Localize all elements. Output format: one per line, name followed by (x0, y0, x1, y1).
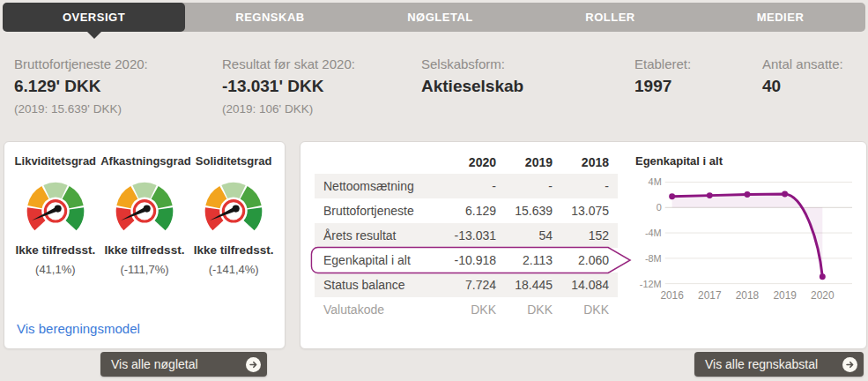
show-all-financials-button[interactable]: Vis alle regnskabstal (694, 352, 864, 377)
calc-model-link[interactable]: Vis beregningsmodel (17, 321, 140, 336)
gauge-likviditetsgrad: Likviditetsgrad Ikke tilfredsst. (41,1%) (11, 151, 100, 276)
equity-chart-block: Egenkapital i alt 4M0-4M-8M-12M201620172… (630, 151, 857, 314)
stat-value: Aktieselskab (421, 77, 634, 96)
stat-previous-year: (2019: 106' DKK) (222, 102, 421, 116)
svg-text:-8M: -8M (645, 253, 662, 264)
svg-text:2018: 2018 (736, 289, 760, 302)
tab-label: MEDIER (757, 11, 805, 24)
stat-label: Etableret: (634, 56, 762, 71)
gauge-segment-red (27, 207, 46, 230)
row-label: Egenkapital i alt (323, 253, 440, 267)
gauge-needle-hub (144, 205, 151, 213)
row-value: 6.129 (440, 204, 496, 218)
stat-label: Resultat før skat 2020: (222, 56, 421, 71)
speedometer-gauge-icon (194, 175, 273, 236)
stat-label: Selskabsform: (421, 56, 634, 71)
svg-text:2020: 2020 (811, 289, 835, 302)
svg-text:2016: 2016 (660, 289, 684, 302)
svg-text:-4M: -4M (645, 228, 662, 238)
table-header-year: 2020 (440, 155, 496, 169)
row-value: DKK (440, 303, 496, 317)
gauge-status: Ikke tilfredsst. (100, 243, 189, 257)
row-value: 13.075 (553, 204, 609, 218)
gauge-segment-red (205, 207, 224, 230)
row-value: 2.060 (553, 253, 609, 267)
row-value: - (496, 179, 553, 193)
tab-oversigt[interactable]: OVERSIGT (3, 3, 185, 32)
gauge-percentage: (-111,7%) (100, 263, 189, 276)
tab-medier[interactable]: MEDIER (695, 3, 865, 32)
arrow-right-icon (246, 357, 261, 372)
gauge-title: Likviditetsgrad (11, 154, 100, 168)
stat-etableret: Etableret: 1997 (634, 56, 762, 116)
row-value: DKK (496, 303, 553, 317)
show-all-ratios-button[interactable]: Vis alle nøgletal (100, 352, 267, 377)
table-row-nettoomsaetning: Nettoomsætning - - - (315, 174, 618, 198)
gauge-needle-hub (54, 205, 61, 213)
table-row-bruttofortjeneste: Bruttofortjeneste 6.129 15.639 13.075 (315, 198, 618, 223)
table-row-arets-resultat: Årets resultat -13.031 54 152 (315, 223, 618, 248)
table-header-year: 2019 (496, 155, 553, 169)
tab-bar: OVERSIGT REGNSKAB NØGLETAL ROLLER MEDIER (3, 3, 865, 32)
row-value: -10.918 (440, 253, 496, 267)
gauge-row: Likviditetsgrad Ikke tilfredsst. (41,1%)… (4, 142, 285, 276)
row-label: Valutakode (323, 303, 440, 317)
gauge-segment-darkgreen (154, 207, 173, 230)
row-label: Årets resultat (323, 228, 440, 243)
equity-line-chart: 4M0-4M-8M-12M20162017201820192020 (630, 169, 857, 310)
financials-table: 2020 2019 2018 Nettoomsætning - - - Brut… (315, 151, 618, 322)
key-ratios-card: Likviditetsgrad Ikke tilfredsst. (41,1%)… (4, 141, 286, 349)
gauge-percentage: (41,1%) (11, 263, 100, 276)
row-value: 152 (553, 228, 609, 243)
tab-regnskab[interactable]: REGNSKAB (185, 3, 355, 32)
gauge-soliditetsgrad: Soliditetsgrad Ikke tilfredsst. (-141,4%… (189, 151, 278, 276)
row-value: 14.084 (553, 278, 609, 292)
stat-selskabsform: Selskabsform: Aktieselskab (421, 56, 634, 116)
gauge-afkastningsgrad: Afkastningsgrad Ikke tilfredsst. (-111,7… (100, 151, 189, 276)
row-value: 54 (496, 228, 553, 243)
table-row-egenkapital-highlighted: Egenkapital i alt -10.918 2.113 2.060 (315, 248, 618, 273)
button-label: Vis alle nøgletal (111, 357, 198, 371)
svg-text:2017: 2017 (698, 289, 722, 302)
row-value: - (553, 179, 609, 193)
gauge-percentage: (-141,4%) (189, 263, 278, 276)
row-value: 2.113 (496, 253, 553, 267)
tab-nogletal[interactable]: NØGLETAL (355, 3, 525, 32)
svg-text:2019: 2019 (773, 289, 797, 302)
row-value: - (440, 179, 496, 193)
svg-text:-12M: -12M (640, 279, 662, 289)
row-label: Status balance (323, 278, 440, 292)
table-header-row: 2020 2019 2018 (315, 151, 618, 174)
stat-value: -13.031' DKK (222, 77, 421, 96)
speedometer-gauge-icon (105, 175, 184, 236)
active-tab-pointer (87, 32, 101, 39)
gauge-segment-red (116, 207, 135, 230)
tab-label: ROLLER (585, 11, 634, 24)
stat-label: Antal ansatte: (762, 56, 843, 71)
row-value: 15.639 (496, 204, 553, 218)
stat-value: 1997 (634, 77, 762, 96)
gauge-status: Ikke tilfredsst. (189, 243, 278, 257)
row-value: 18.445 (496, 278, 553, 292)
tab-label: NØGLETAL (407, 11, 473, 24)
svg-text:4M: 4M (649, 176, 662, 187)
button-label: Vis alle regnskabstal (705, 357, 818, 371)
gauge-status: Ikke tilfredsst. (11, 243, 100, 257)
table-header-year: 2018 (553, 155, 609, 169)
stat-bruttofortjeneste: Bruttofortjeneste 2020: 6.129' DKK (2019… (14, 56, 222, 116)
tab-roller[interactable]: ROLLER (525, 3, 695, 32)
gauge-title: Afkastningsgrad (100, 154, 189, 168)
gauge-title: Soliditetsgrad (189, 154, 278, 168)
row-value: 7.724 (440, 278, 496, 292)
stat-label: Bruttofortjeneste 2020: (14, 56, 222, 71)
arrow-right-icon (842, 357, 857, 372)
stat-value: 6.129' DKK (14, 77, 222, 96)
gauge-needle-hub (233, 205, 240, 213)
speedometer-gauge-icon (16, 175, 95, 236)
company-overview-page: OVERSIGT REGNSKAB NØGLETAL ROLLER MEDIER… (0, 0, 868, 381)
row-value: DKK (553, 303, 609, 317)
tab-label: REGNSKAB (235, 11, 304, 24)
stat-antal-ansatte: Antal ansatte: 40 (762, 56, 843, 116)
row-value: -13.031 (440, 228, 496, 243)
table-row-status-balance: Status balance 7.724 18.445 14.084 (315, 273, 618, 297)
